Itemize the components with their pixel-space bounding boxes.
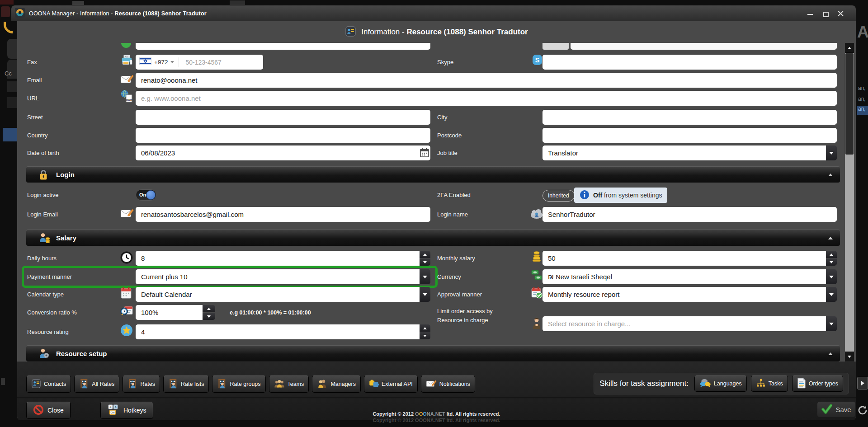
rate-lists-button[interactable]: Rate lists xyxy=(163,375,209,393)
skype-input[interactable] xyxy=(542,55,837,70)
scrollbar-down-button[interactable] xyxy=(845,352,854,361)
globe-doc-icon: WWW xyxy=(120,90,133,103)
fax-input-group[interactable]: +972 50-123-4567 xyxy=(136,55,263,70)
chevron-right-icon xyxy=(861,381,864,385)
payment-manner-dropdown-button[interactable] xyxy=(420,269,430,284)
currency-select[interactable]: ₪ New Israeli Sheqel xyxy=(542,269,826,284)
login-email-input[interactable] xyxy=(136,207,430,222)
puzzle-icon xyxy=(369,379,379,390)
cutoff-flag-box[interactable] xyxy=(542,43,569,50)
street-input[interactable] xyxy=(136,110,430,125)
window-titlebar[interactable]: OOONA Manager - Information - Resource (… xyxy=(11,5,856,21)
expand-panel-button[interactable] xyxy=(857,377,868,389)
collapse-icon[interactable] xyxy=(828,352,833,355)
resource-rating-stepper[interactable] xyxy=(420,324,430,339)
bg-sidebar-row-fragment xyxy=(7,81,17,92)
login-section-header[interactable]: Login xyxy=(26,166,840,183)
login-name-input[interactable] xyxy=(542,207,837,222)
dob-input[interactable] xyxy=(136,145,430,160)
order-types-button[interactable]: Order types xyxy=(792,375,843,392)
stepper-down[interactable] xyxy=(420,258,430,266)
bg-right-text-fragment: an, xyxy=(857,106,868,115)
login-active-toggle[interactable]: On xyxy=(136,189,156,201)
contacts-button[interactable]: Contacts xyxy=(26,375,71,393)
collapse-icon[interactable] xyxy=(828,237,833,239)
salary-section-header[interactable]: Salary xyxy=(26,230,840,246)
refresh-icon[interactable] xyxy=(857,404,868,418)
all-rates-button[interactable]: All Rates xyxy=(74,375,119,393)
conversion-ratio-hint: e.g 01:00:00 * 100% = 01:00:00 xyxy=(230,310,311,316)
stepper-down[interactable] xyxy=(203,313,215,320)
stepper-up[interactable] xyxy=(203,305,215,312)
rate-groups-button[interactable]: Rate groups xyxy=(212,375,265,393)
minimize-button[interactable] xyxy=(807,10,813,17)
job-title-dropdown-button[interactable] xyxy=(826,145,837,160)
bg-sidebar-panel-fragment xyxy=(7,39,17,59)
approval-manner-label: Approval manner xyxy=(437,291,482,298)
app-logo-icon xyxy=(15,8,25,19)
stepper-up[interactable] xyxy=(826,251,837,258)
calendar-picker-icon[interactable] xyxy=(417,147,429,158)
svg-text:Z: Z xyxy=(110,405,112,408)
skills-label: Skills for task assignment: xyxy=(599,379,689,388)
form-scrollbar[interactable] xyxy=(845,43,854,361)
conversion-ratio-stepper[interactable] xyxy=(203,305,215,320)
stepper-down[interactable] xyxy=(826,258,837,266)
scrollbar-up-button[interactable] xyxy=(845,43,854,53)
notifications-button[interactable]: Notifications xyxy=(421,375,475,393)
postcode-input[interactable] xyxy=(542,128,837,143)
monthly-salary-stepper[interactable] xyxy=(826,251,837,266)
teams-button[interactable]: Teams xyxy=(269,375,309,393)
copyright-reflection: Copyright © 2012 OOONA.NET ltd. All righ… xyxy=(17,418,856,423)
daily-hours-input[interactable] xyxy=(136,251,420,266)
clock-calendar-icon xyxy=(120,305,133,317)
bg-window-icon-fragment xyxy=(1,6,10,17)
country-input[interactable] xyxy=(136,128,430,143)
maximize-button[interactable] xyxy=(822,10,829,17)
resource-rating-input[interactable] xyxy=(136,324,420,339)
url-input[interactable] xyxy=(136,91,837,106)
section-title: Salary xyxy=(56,234,76,242)
resource-in-charge-dropdown-button[interactable] xyxy=(826,316,837,331)
calendar-type-dropdown-button[interactable] xyxy=(420,287,430,302)
rates-button[interactable]: Rates xyxy=(123,375,160,393)
cutoff-input[interactable] xyxy=(571,43,837,50)
payment-manner-select[interactable]: Current plus 10 xyxy=(136,269,420,284)
person-gear-icon xyxy=(38,348,50,361)
conversion-ratio-input[interactable] xyxy=(136,305,203,320)
dialog-header: Information - Resource (1088) Senhor Tra… xyxy=(17,21,856,43)
job-title-select[interactable]: Translator xyxy=(542,145,826,160)
inherited-badge[interactable]: Inherited xyxy=(542,190,575,202)
email-input[interactable] xyxy=(136,73,837,88)
city-input[interactable] xyxy=(542,110,837,125)
stepper-down[interactable] xyxy=(420,332,430,339)
approval-manner-select[interactable]: Monthly resource report xyxy=(542,287,826,302)
skills-group: Skills for task assignment: Languages Ta… xyxy=(594,373,849,394)
currency-dropdown-button[interactable] xyxy=(826,269,837,284)
daily-hours-stepper[interactable] xyxy=(420,251,430,266)
fax-number-placeholder[interactable]: 50-123-4567 xyxy=(185,59,221,66)
window-controls xyxy=(807,5,844,21)
resource-setup-section-header[interactable]: Resource setup xyxy=(26,345,840,361)
tasks-button[interactable]: Tasks xyxy=(751,375,788,392)
email-label: Email xyxy=(27,77,42,84)
collapse-icon[interactable] xyxy=(828,174,833,176)
cutoff-input[interactable] xyxy=(136,43,430,50)
stepper-up[interactable] xyxy=(420,324,430,332)
approval-manner-dropdown-button[interactable] xyxy=(826,287,837,302)
close-window-button[interactable] xyxy=(838,10,844,17)
monthly-salary-input[interactable] xyxy=(542,251,826,266)
person-icon xyxy=(532,317,542,330)
calendar-type-label: Calendar type xyxy=(27,291,64,298)
stepper-up[interactable] xyxy=(420,251,430,258)
resource-in-charge-select[interactable]: Select resource in charge... xyxy=(542,316,826,331)
calendar-icon xyxy=(120,286,132,299)
divider xyxy=(179,57,179,67)
calendar-type-select[interactable]: Default Calendar xyxy=(136,287,420,302)
dial-code[interactable]: +972 xyxy=(154,59,168,66)
external-api-button[interactable]: External API xyxy=(364,375,418,393)
info-icon xyxy=(580,190,590,201)
languages-button[interactable]: Languages xyxy=(694,375,747,392)
managers-button[interactable]: Managers xyxy=(312,375,361,393)
scrollbar-thumb[interactable] xyxy=(845,53,854,155)
